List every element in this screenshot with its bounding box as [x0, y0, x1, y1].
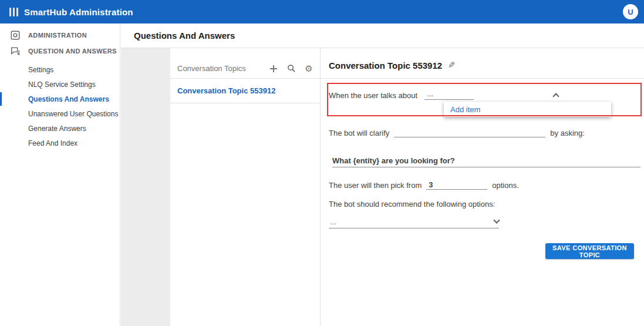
pick-count-input[interactable] — [426, 180, 487, 190]
topic-detail-panel: Conversation Topic 553912 ✎ When the use… — [320, 48, 644, 326]
edit-title-icon[interactable]: ✎ — [448, 60, 456, 70]
talks-about-row: When the user talks about ... — [329, 89, 558, 100]
top-app-bar: SmartHub Administration U — [0, 0, 644, 23]
sidebar-section-label: ADMINISTRATION — [28, 32, 87, 39]
talks-about-value: ... — [424, 89, 474, 100]
add-item-option[interactable]: Add item — [450, 105, 480, 114]
add-topic-icon[interactable] — [268, 63, 279, 74]
sidebar-section-administration[interactable]: ADMINISTRATION — [0, 27, 120, 43]
clarify-row: The bot will clarify by asking: — [329, 127, 585, 137]
sidebar-item-unanswered-user-questions[interactable]: Unanswered User Questions — [0, 106, 120, 121]
chevron-up-icon[interactable] — [552, 93, 559, 99]
question-row — [332, 155, 640, 167]
topic-item-label: Conversation Topic 553912 — [177, 86, 275, 95]
page-header: Questions And Answers — [121, 23, 644, 48]
recommend-value: ... — [329, 217, 336, 226]
sidebar-item-label: Questions And Answers — [28, 95, 109, 103]
smarthub-admin-app: SmartHub Administration U ADMINISTRATION… — [0, 0, 644, 326]
page-title: Questions And Answers — [134, 31, 235, 41]
sidebar-item-feed-and-index[interactable]: Feed And Index — [0, 136, 120, 150]
sidebar-section-question-and-answers[interactable]: QUESTION AND ANSWERS — [0, 43, 120, 59]
sidebar-item-settings[interactable]: Settings — [0, 62, 120, 77]
recommend-dropdown[interactable]: ... — [329, 217, 499, 228]
sidebar-item-label: Settings — [28, 66, 53, 74]
app-title: SmartHub Administration — [24, 7, 133, 17]
administration-icon — [10, 30, 21, 41]
sidebar-section-label: QUESTION AND ANSWERS — [28, 48, 117, 55]
sidebar-item-nlq-service-settings[interactable]: NLQ Service Settings — [0, 77, 120, 92]
save-conversation-topic-button[interactable]: SAVE CONVERSATION TOPIC — [545, 243, 634, 259]
sidebar-item-label: Unanswered User Questions — [28, 110, 118, 118]
sidebar-item-label: Generate Answers — [28, 125, 86, 133]
clarify-input[interactable] — [394, 127, 545, 137]
clarify-suffix: by asking: — [550, 129, 585, 137]
topics-panel-title: Conversation Topics — [177, 64, 246, 73]
conversation-topics-panel: Conversation Topics ⚙ Conversation Topic… — [170, 48, 320, 326]
chevron-down-icon[interactable] — [493, 217, 500, 223]
topics-panel-header: Conversation Topics ⚙ — [170, 59, 320, 79]
sidebar-item-label: NLQ Service Settings — [28, 80, 96, 89]
question-answers-icon — [10, 46, 21, 56]
gear-icon[interactable]: ⚙ — [304, 63, 314, 74]
search-icon[interactable] — [286, 63, 296, 74]
sidebar-item-label: Feed And Index — [28, 139, 77, 147]
topic-detail-title: Conversation Topic 553912 — [329, 61, 442, 70]
detail-divider — [321, 78, 644, 79]
sidebar-nav: ADMINISTRATION QUESTION AND ANSWERS Sett… — [0, 23, 120, 326]
dropdown-menu: Add item — [444, 102, 611, 117]
talks-about-label: When the user talks about — [329, 91, 417, 100]
sidebar-item-questions-and-answers[interactable]: Questions And Answers — [0, 92, 120, 106]
content-gutter — [121, 48, 170, 326]
pick-suffix: options. — [492, 181, 519, 190]
app-menu-icon[interactable] — [9, 8, 18, 16]
pick-label: The user will then pick from — [329, 181, 422, 190]
user-avatar[interactable]: U — [623, 4, 638, 19]
clarify-label: The bot will clarify — [329, 129, 389, 137]
bot-question-input[interactable] — [332, 156, 640, 167]
pick-options-row: The user will then pick from options. — [329, 180, 519, 190]
topic-list-item[interactable]: Conversation Topic 553912 — [170, 79, 320, 103]
talks-about-dropdown[interactable]: ... — [424, 89, 558, 100]
recommend-label: The bot should recommend the following o… — [329, 200, 495, 209]
sidebar-item-generate-answers[interactable]: Generate Answers — [0, 121, 120, 136]
